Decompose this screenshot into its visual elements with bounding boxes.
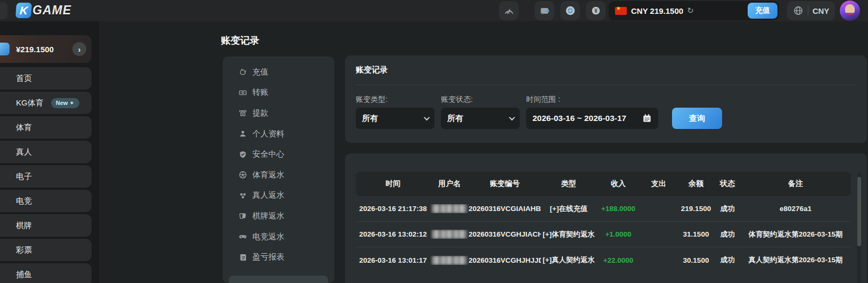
records-table: 时间 用户名 账变编号 类型 收入 支出 余额 状态 备注 2026-03-16… [356, 172, 851, 273]
sidebar-item-label: 首页 [16, 74, 32, 84]
col-income: 收入 [596, 179, 640, 189]
submenu-item-pl-report[interactable]: 盈亏报表 [223, 247, 334, 268]
col-expense: 支出 [640, 179, 677, 189]
sidebar-item-lottery[interactable]: 彩票 [0, 239, 92, 261]
submenu-item-esports-rebate[interactable]: 电竞返水 [223, 227, 334, 247]
submenu-item-deposit[interactable]: 充值 [223, 62, 334, 83]
cell-id: 20260316VCGIAIAHBD [469, 205, 541, 213]
submenu-item-withdraw[interactable]: 提款 [223, 103, 334, 124]
sidebar-item-live[interactable]: 真人 [0, 141, 92, 163]
table-row[interactable]: 2026-03-16 13:02:12 20260316VCGHJIACHD [… [356, 222, 851, 247]
blurred-username [432, 204, 467, 213]
sidebar-item-chess[interactable]: 棋牌 [0, 214, 92, 237]
submenu-item-chess-rebate[interactable]: 棋牌返水 [223, 206, 334, 227]
submenu-item-label: 安全中心 [252, 149, 284, 159]
submenu-item-label: 盈亏报表 [252, 252, 284, 262]
content-area: 账变记录 充值 转账 提款 个人资料 安全中心 [99, 21, 868, 283]
submenu-item-selected-fragment[interactable] [229, 276, 328, 283]
sidebar-item-fishing[interactable]: 捕鱼 [0, 263, 92, 283]
status-filter-label: 账变状态: [441, 95, 473, 104]
balance-pill[interactable]: ★ CNY 219.1500 ↻ 充值 [609, 1, 779, 20]
person-icon [239, 130, 247, 138]
submenu-item-security[interactable]: 安全中心 [223, 144, 334, 165]
submenu-item-sports-rebate[interactable]: 体育返水 [223, 165, 334, 185]
app-window: K GAME ¥ ★ CNY 219.1500 ↻ 充值 CNY [0, 0, 868, 283]
submenu-item-label: 电竞返水 [252, 232, 284, 242]
submenu-item-label: 体育返水 [252, 170, 284, 180]
logo-text: GAME [32, 3, 71, 18]
table-row[interactable]: 2026-03-16 13:01:17 20260316VCGHJHJJDE [… [356, 247, 851, 273]
report-icon [239, 253, 247, 262]
cell-status: 成功 [715, 255, 740, 265]
chevron-down-icon [509, 115, 515, 120]
cell-type: [+]体育契约返水 [541, 230, 596, 239]
chevron-right-icon[interactable]: › [72, 42, 86, 56]
cell-id: 20260316VCGHJIACHD [469, 230, 541, 238]
col-time: 时间 [356, 179, 430, 189]
calendar-icon[interactable] [642, 114, 652, 123]
cell-type: [+]在线充值 [541, 204, 596, 214]
records-table-card: 时间 用户名 账变编号 类型 收入 支出 余额 状态 备注 2026-03-16… [345, 153, 867, 283]
cell-remark: 体育契约返水第2026-03-15期 [740, 230, 851, 239]
cards-icon [239, 212, 247, 220]
status-select-value: 所有 [447, 114, 463, 124]
submenu-item-profile[interactable]: 个人资料 [223, 124, 334, 144]
main-sidebar: ¥219.1500 › 首页 KG体育New ✦ 体育 真人 电子 电竞 棋牌 … [0, 21, 99, 283]
type-select-value: 所有 [362, 114, 378, 124]
recharge-button[interactable]: 充值 [748, 3, 777, 19]
cell-balance: 219.1500 [677, 205, 715, 213]
table-row[interactable]: 2026-03-16 21:17:38 20260316VCGIAIAHBD [… [356, 196, 851, 222]
sidebar-balance-card[interactable]: ¥219.1500 › [0, 35, 92, 63]
refresh-icon[interactable] [560, 1, 580, 20]
globe-icon [793, 5, 804, 16]
table-header-row: 时间 用户名 账变编号 类型 收入 支出 余额 状态 备注 [356, 172, 851, 196]
col-user: 用户名 [430, 179, 469, 189]
col-type: 类型 [541, 179, 596, 189]
top-header: K GAME ¥ ★ CNY 219.1500 ↻ 充值 CNY [0, 0, 868, 21]
divider [356, 85, 856, 85]
cell-status: 成功 [715, 230, 740, 239]
locale-selector[interactable]: CNY [787, 1, 835, 20]
withdraw-machine-icon [239, 109, 247, 117]
balance-refresh-icon[interactable]: ↻ [687, 6, 694, 15]
logo-k-icon: K [15, 3, 32, 18]
sidebar-item-label: 真人 [16, 147, 32, 157]
sidebar-item-sports[interactable]: 体育 [0, 116, 92, 139]
submenu-item-live-rebate[interactable]: 真人返水 [223, 185, 334, 206]
type-select[interactable]: 所有 [356, 108, 435, 129]
sidebar-item-slots[interactable]: 电子 [0, 165, 92, 188]
col-balance: 余额 [677, 179, 715, 189]
sidebar-item-label: 体育 [16, 123, 32, 133]
gauge-icon[interactable] [499, 1, 519, 20]
china-flag-icon: ★ [615, 7, 627, 15]
status-select[interactable]: 所有 [441, 108, 520, 129]
cell-balance: 31.1500 [677, 230, 715, 238]
submenu-item-label: 提款 [252, 108, 268, 118]
date-range-input[interactable]: 2026-03-16 ~ 2026-03-17 [526, 108, 658, 129]
cell-income: +188.0000 [596, 205, 640, 213]
filter-card: 账变记录 账变类型: 账变状态: 时间范围 : 所有 所有 2026-03-16… [345, 55, 867, 143]
scrollbar-thumb[interactable] [857, 177, 861, 246]
sidebar-item-label: KG体育 [16, 98, 44, 108]
cell-remark: 真人契约返水第2026-03-15期 [740, 255, 851, 265]
table-scrollbar[interactable] [857, 173, 861, 283]
submenu-item-transfer[interactable]: 转账 [223, 83, 334, 103]
wallet-icon[interactable] [535, 1, 554, 20]
cell-time: 2026-03-16 13:02:12 [356, 230, 430, 238]
col-status: 状态 [715, 179, 740, 189]
user-avatar[interactable] [840, 1, 860, 21]
page-title: 账变记录 [221, 34, 259, 47]
currency-exchange-icon[interactable]: ¥ [586, 1, 605, 20]
brand-logo[interactable]: K GAME [16, 3, 71, 18]
cell-remark: e80276a1 [740, 205, 851, 213]
sidebar-item-kg-sports[interactable]: KG体育New ✦ [0, 92, 92, 114]
sidebar-item-esports[interactable]: 电竞 [0, 190, 92, 212]
sidebar-item-home[interactable]: 首页 [0, 67, 92, 90]
svg-text:¥: ¥ [594, 8, 597, 14]
sidebar-item-label: 彩票 [16, 245, 32, 255]
sidebar-item-label: 捕鱼 [16, 270, 32, 280]
piggy-bank-icon [239, 68, 247, 76]
cell-time: 2026-03-16 13:01:17 [356, 256, 430, 264]
search-button[interactable]: 查询 [672, 108, 722, 129]
cell-user [430, 256, 469, 265]
